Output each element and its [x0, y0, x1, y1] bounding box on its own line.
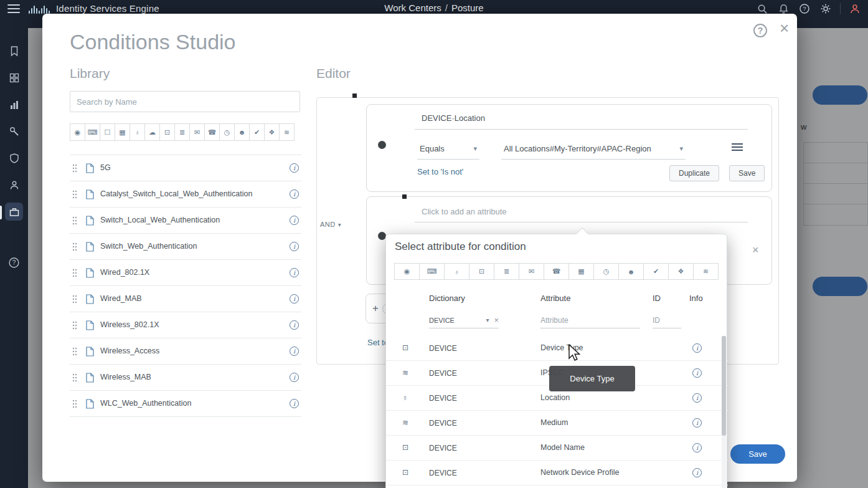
location-pin-icon[interactable]: ◉ [394, 263, 420, 280]
server-icon[interactable]: ≣ [494, 263, 519, 280]
info-icon[interactable]: i [692, 393, 702, 403]
globe-icon[interactable]: ♁ [130, 123, 145, 141]
drag-handle-icon[interactable] [72, 190, 78, 199]
modal-close-icon[interactable]: × [780, 20, 789, 36]
clock-icon[interactable]: ◷ [593, 263, 619, 280]
info-icon[interactable]: i [692, 368, 702, 378]
attribute-row[interactable]: ⊡ DEVICE Model Name i [386, 436, 728, 461]
duplicate-button[interactable]: Duplicate [669, 165, 719, 181]
info-icon[interactable]: i [692, 443, 702, 452]
sidebar-item-bookmarks[interactable] [5, 42, 23, 60]
modal-help-icon[interactable]: ? [753, 24, 767, 37]
breadcrumb[interactable]: Work Centers/Posture [384, 2, 483, 13]
drag-handle-icon[interactable] [72, 373, 78, 382]
add-condition-icon[interactable]: + [372, 302, 379, 315]
drag-handle-icon[interactable] [72, 321, 78, 330]
sidebar-item-operations[interactable] [5, 122, 23, 140]
laptop-icon[interactable]: ⌨ [419, 263, 445, 280]
drag-handle-icon[interactable] [72, 269, 78, 277]
check-icon[interactable]: ✔ [643, 263, 669, 280]
sidebar-item-administration[interactable] [5, 176, 23, 194]
info-icon[interactable]: i [290, 163, 299, 173]
sidebar-item-context-visibility[interactable] [5, 95, 23, 113]
info-icon[interactable]: i [290, 189, 299, 199]
condition1-attribute-field[interactable]: DEVICE·Location [415, 107, 748, 130]
phone-icon[interactable]: ☎ [204, 123, 220, 141]
drag-handle-icon[interactable] [72, 347, 78, 356]
attribute-filter-input[interactable] [540, 312, 640, 328]
info-icon[interactable]: i [290, 347, 299, 356]
certificate-icon[interactable]: ❖ [668, 263, 694, 280]
certificate-icon[interactable]: ❖ [264, 123, 280, 141]
clock-icon[interactable]: ◷ [219, 123, 235, 141]
library-condition-row[interactable]: Wireless_Access i [70, 338, 301, 365]
phone-icon[interactable]: ☎ [544, 263, 569, 280]
sidebar-item-work-centers[interactable] [5, 203, 23, 221]
clear-filter-icon[interactable]: × [494, 315, 499, 325]
check-icon[interactable]: ✔ [249, 123, 265, 141]
info-icon[interactable]: i [290, 294, 299, 304]
info-icon[interactable]: i [692, 343, 702, 353]
location-pin-icon[interactable]: ◉ [70, 123, 85, 141]
info-icon[interactable]: i [290, 216, 299, 225]
library-condition-row[interactable]: 5G i [70, 155, 301, 181]
drag-handle-icon[interactable] [72, 242, 78, 251]
id-filter-input[interactable] [653, 312, 681, 328]
user-icon[interactable]: ☻ [618, 263, 644, 280]
wifi-icon[interactable]: ≋ [693, 263, 719, 280]
library-condition-row[interactable]: Wireless_MAB i [70, 365, 301, 391]
attribute-row[interactable]: ≋ DEVICE Medium i [386, 411, 728, 436]
mail-icon[interactable]: ✉ [189, 123, 205, 141]
info-icon[interactable]: i [692, 468, 702, 477]
settings-gear-icon[interactable] [819, 2, 833, 16]
value-menu-icon[interactable] [731, 142, 743, 152]
drag-handle-icon[interactable] [72, 295, 78, 304]
library-condition-row[interactable]: Wireless_802.1X i [70, 312, 301, 338]
info-icon[interactable]: i [290, 320, 299, 330]
modal-save-button[interactable]: Save [730, 444, 785, 464]
info-icon[interactable]: i [290, 399, 299, 408]
info-icon[interactable]: i [290, 242, 299, 251]
wifi-icon[interactable]: ≋ [279, 123, 295, 141]
scrollbar-thumb[interactable] [722, 336, 726, 436]
library-condition-row[interactable]: WLC_Web_Authentication i [70, 391, 301, 417]
library-condition-row[interactable]: Wired_802.1X i [70, 260, 301, 286]
condition-node-dot[interactable] [378, 141, 386, 149]
block-handle[interactable] [402, 194, 407, 199]
library-search-input[interactable] [70, 91, 300, 112]
user-icon[interactable]: ☻ [234, 123, 250, 141]
library-condition-row[interactable]: Switch_Web_Authentication i [70, 234, 301, 260]
info-icon[interactable]: i [290, 268, 299, 277]
sidebar-item-help[interactable]: ? [5, 254, 23, 272]
library-condition-row[interactable]: Switch_Local_Web_Authentication i [70, 208, 301, 234]
condition-save-button[interactable]: Save [729, 165, 765, 181]
checkbox-icon[interactable]: ☐ [100, 123, 115, 141]
remove-condition-icon[interactable]: × [752, 244, 759, 256]
monitor-icon[interactable]: ⊡ [159, 123, 175, 141]
attribute-row[interactable]: ⊡ DEVICE Network Device Profile i [386, 461, 728, 486]
drag-handle-icon[interactable] [72, 164, 78, 173]
account-user-icon[interactable] [848, 2, 862, 16]
library-condition-row[interactable]: Catalyst_Switch_Local_Web_Authentication… [70, 181, 301, 208]
join-operator-select[interactable]: AND ▾ [320, 221, 341, 228]
server-icon[interactable]: ≣ [174, 123, 190, 141]
info-icon[interactable]: i [290, 373, 299, 382]
globe-icon[interactable]: ♁ [444, 263, 469, 280]
dictionary-filter-select[interactable]: DEVICE ▾ × [429, 312, 499, 328]
help-icon[interactable]: ? [798, 2, 811, 16]
breadcrumb-page[interactable]: Posture [451, 2, 484, 13]
breadcrumb-section[interactable]: Work Centers [384, 2, 441, 13]
cloud-icon[interactable]: ☁ [144, 123, 160, 141]
set-is-not-link[interactable]: Set to 'Is not' [417, 167, 463, 176]
add-attribute-field[interactable]: Click to add an attribute [415, 201, 748, 222]
operator-select[interactable]: Equals ▾ [417, 138, 479, 160]
popup-scrollbar[interactable] [722, 336, 726, 488]
attribute-row[interactable]: ⊡ DEVICE Device Type i [386, 336, 728, 361]
drag-handle-icon[interactable] [72, 399, 78, 408]
value-select[interactable]: All Locations#My-Territory#APAC-Region ▾ [501, 138, 686, 160]
monitor-icon[interactable]: ⊡ [469, 263, 494, 280]
sidebar-item-policy[interactable] [5, 149, 23, 167]
block-handle[interactable] [352, 93, 357, 98]
chart-icon[interactable]: ▦ [568, 263, 594, 280]
library-condition-row[interactable]: Wired_MAB i [70, 286, 301, 312]
